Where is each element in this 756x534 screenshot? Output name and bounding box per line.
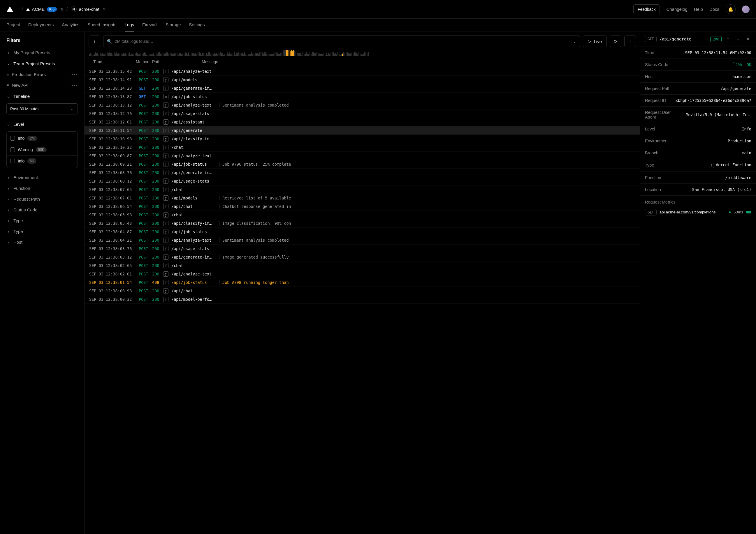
team-presets-toggle[interactable]: ⌄Team Project Presets: [4, 58, 81, 69]
log-path: /api/analyze-text: [171, 238, 215, 242]
timeline-select[interactable]: Past 30 Minutes⌄: [6, 103, 78, 114]
log-timestamp: SEP 03 12:38:02.65: [89, 263, 136, 268]
log-method: POST: [139, 111, 149, 116]
tab-storage[interactable]: Storage: [166, 19, 181, 32]
search-input[interactable]: [115, 39, 570, 44]
filter-function[interactable]: ›Function: [4, 183, 81, 193]
filter-status-code[interactable]: ›Status Code: [4, 204, 81, 215]
tab-logs[interactable]: Logs: [125, 19, 134, 32]
log-row[interactable]: SEP 03 12:38:11.54POST200ƒ/api/generate: [85, 126, 640, 135]
filter-host[interactable]: ›Host: [4, 237, 81, 247]
changelog-link[interactable]: Changelog: [666, 7, 688, 12]
log-message: Sentiment analysis completed: [219, 103, 289, 108]
log-row[interactable]: SEP 03 12:38:00.98POST200ƒ/api/chat: [85, 287, 640, 295]
log-row[interactable]: SEP 03 12:38:02.65POST200ƒ/chat: [85, 262, 640, 270]
log-row[interactable]: SEP 03 12:38:04.21POST200ƒ/api/analyze-t…: [85, 236, 640, 244]
log-row[interactable]: SEP 03 12:38:04.87POST200ƒ/api/job-statu…: [85, 228, 640, 236]
log-row[interactable]: ⚠SEP 03 12:38:01.54POST408ƒ/api/job-stat…: [85, 278, 640, 287]
log-row[interactable]: SEP 03 12:38:07.01POST200ƒ/api/modelsRet…: [85, 194, 640, 202]
checkbox[interactable]: [10, 147, 15, 152]
log-method: POST: [139, 255, 149, 259]
chevron-down-icon[interactable]: ⌄: [573, 39, 576, 44]
refresh-button[interactable]: ⟳: [610, 36, 621, 47]
search-input-wrapper[interactable]: 🔍 ⌄: [103, 36, 580, 47]
tab-speed-insights[interactable]: Speed Insights: [88, 19, 116, 32]
function-icon: ƒ: [163, 271, 169, 277]
log-row[interactable]: SEP 03 12:38:13.12POST200ƒ/api/analyze-t…: [85, 101, 640, 110]
log-row[interactable]: SEP 03 12:38:08.76POST200ƒ/api/generate-…: [85, 168, 640, 177]
tab-analytics[interactable]: Analytics: [62, 19, 79, 32]
level-toggle[interactable]: ⌄Level: [4, 118, 81, 130]
detail-method-badge: GET: [645, 36, 657, 42]
log-row[interactable]: SEP 03 12:38:08.12POST200ƒ/api/usage-sta…: [85, 177, 640, 186]
chevron-updown-icon[interactable]: ⇅: [60, 8, 63, 11]
team-switcher[interactable]: ACME Pro ⇅: [26, 7, 64, 12]
checkbox[interactable]: [10, 136, 15, 140]
log-row[interactable]: SEP 03 12:38:06.54POST200ƒ/api/chatChatb…: [85, 202, 640, 211]
tab-settings[interactable]: Settings: [189, 19, 204, 32]
filter-type[interactable]: ›Type: [4, 215, 81, 226]
log-path: /api/analyze-text: [171, 272, 215, 276]
log-timestamp: SEP 03 12:38:07.65: [89, 187, 136, 192]
feedback-button[interactable]: Feedback: [633, 4, 660, 14]
level-option[interactable]: Warning58K: [7, 144, 77, 156]
more-button[interactable]: ⋮: [624, 36, 636, 47]
next-log-button[interactable]: ⌄: [735, 36, 742, 42]
docs-link[interactable]: Docs: [709, 7, 719, 12]
checkbox[interactable]: [10, 159, 15, 163]
more-horizontal-icon[interactable]: •••: [71, 83, 78, 88]
level-option[interactable]: Info6K: [7, 156, 77, 166]
log-row[interactable]: SEP 03 12:38:12.76POST200ƒ/api/usage-sta…: [85, 110, 640, 118]
log-method: POST: [139, 179, 149, 184]
log-path: /api/job-status: [171, 94, 215, 99]
status-dot-icon: [729, 211, 731, 213]
filter-button[interactable]: ⫯: [89, 36, 100, 47]
log-row[interactable]: SEP 03 12:38:07.65POST200ƒ/chat: [85, 186, 640, 194]
notifications-button[interactable]: 🔔: [726, 4, 736, 14]
log-row[interactable]: SEP 03 12:38:14.91POST200ƒ/api/models: [85, 76, 640, 84]
logs-table-body[interactable]: SEP 03 12:38:15.42POST200ƒ/api/analyze-t…: [85, 67, 640, 534]
log-row[interactable]: SEP 03 12:38:03.76POST200ƒ/api/usage-sta…: [85, 244, 640, 253]
filter-environment[interactable]: ›Environment: [4, 172, 81, 183]
log-row[interactable]: SEP 03 12:38:13.87GET200m/api/job-status: [85, 92, 640, 101]
log-timestamp: SEP 03 12:38:07.01: [89, 196, 136, 200]
my-presets-toggle[interactable]: ›My Project Presets: [4, 47, 81, 58]
log-row[interactable]: SEP 03 12:38:00.32POST200ƒ/api/model-per…: [85, 295, 640, 304]
timeline-toggle[interactable]: ⌄Timeline: [4, 90, 81, 102]
log-status: 200: [152, 238, 160, 242]
metric-row[interactable]: GET api.acme-ai.com/v1/completions 53ms: [640, 207, 756, 219]
log-row[interactable]: SEP 03 12:38:03.12POST200ƒ/api/generate-…: [85, 253, 640, 262]
project-switcher[interactable]: N acme-chat ⇅: [71, 6, 106, 12]
log-row[interactable]: SEP 03 12:38:09.87POST200ƒ/api/analyze-t…: [85, 152, 640, 160]
log-method: POST: [139, 213, 149, 217]
more-horizontal-icon[interactable]: •••: [71, 72, 78, 77]
log-row[interactable]: SEP 03 12:38:02.01POST200ƒ/api/analyze-t…: [85, 270, 640, 278]
project-name: acme-chat: [79, 7, 99, 12]
log-row[interactable]: SEP 03 12:38:10.32POST200ƒ/chat: [85, 143, 640, 152]
prev-log-button[interactable]: ⌃: [724, 36, 732, 42]
activity-sparkline[interactable]: [85, 50, 640, 58]
vercel-logo-icon[interactable]: [6, 6, 14, 12]
level-option[interactable]: Info2M: [7, 133, 77, 144]
preset-item[interactable]: ≡Production Errors•••: [4, 69, 81, 80]
team-avatar-icon: [26, 8, 30, 11]
log-row[interactable]: SEP 03 12:38:05.43POST200ƒ/api/classify-…: [85, 219, 640, 228]
middleware-icon: m: [163, 94, 169, 99]
log-row[interactable]: SEP 03 12:38:05.98POST200ƒ/chat: [85, 211, 640, 219]
tab-project[interactable]: Project: [6, 19, 20, 32]
chevron-updown-icon[interactable]: ⇅: [103, 8, 106, 11]
live-button[interactable]: ▷Live: [583, 36, 607, 47]
log-row[interactable]: SEP 03 12:38:14.23GET200ƒ/api/generate-i…: [85, 84, 640, 92]
log-row[interactable]: SEP 03 12:38:15.42POST200ƒ/api/analyze-t…: [85, 67, 640, 76]
log-row[interactable]: SEP 03 12:38:12.01POST200ƒ/api/assistant: [85, 118, 640, 126]
tab-firewall[interactable]: Firewall: [142, 19, 157, 32]
filter-type[interactable]: ›Type: [4, 226, 81, 237]
help-link[interactable]: Help: [694, 7, 703, 12]
preset-item[interactable]: ≡New API•••: [4, 80, 81, 90]
tab-deployments[interactable]: Deployments: [28, 19, 54, 32]
log-row[interactable]: SEP 03 12:38:09.21POST200ƒ/api/job-statu…: [85, 160, 640, 168]
user-avatar[interactable]: [742, 6, 750, 13]
filter-request-path[interactable]: ›Request Path: [4, 193, 81, 204]
close-detail-button[interactable]: ✕: [744, 36, 751, 42]
log-row[interactable]: SEP 03 12:38:10.98POST200ƒ/api/classify-…: [85, 135, 640, 143]
